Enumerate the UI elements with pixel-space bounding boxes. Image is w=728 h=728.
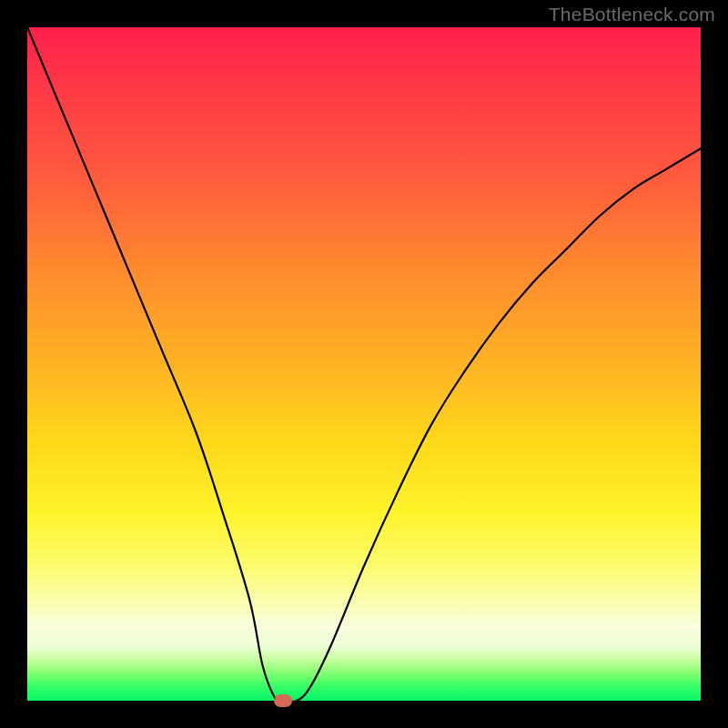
curve-path (27, 27, 701, 703)
plot-area (27, 27, 701, 701)
chart-stage: TheBottleneck.com (0, 0, 728, 728)
bottleneck-curve (27, 27, 701, 701)
optimum-marker (274, 694, 292, 707)
watermark-text: TheBottleneck.com (549, 4, 715, 25)
